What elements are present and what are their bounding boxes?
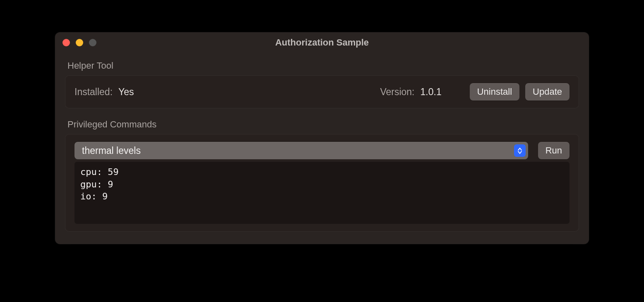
command-select[interactable]: thermal levels (74, 142, 528, 159)
installed-label: Installed: (74, 86, 113, 98)
titlebar: Authorization Sample (55, 32, 589, 53)
traffic-lights (62, 39, 96, 46)
chevron-up-down-icon (514, 144, 526, 157)
run-button[interactable]: Run (538, 142, 570, 159)
command-select-value: thermal levels (82, 145, 514, 156)
update-button[interactable]: Update (525, 83, 570, 101)
uninstall-button[interactable]: Uninstall (470, 83, 519, 101)
maximize-icon (89, 39, 96, 46)
close-icon[interactable] (62, 39, 70, 46)
version-label: Version: (380, 86, 414, 98)
helper-section-label: Helper Tool (65, 60, 579, 71)
command-output: cpu: 59 gpu: 9 io: 9 (74, 162, 570, 224)
window-body: Helper Tool Installed: Yes Version: 1.0.… (55, 53, 589, 244)
commands-panel: thermal levels Run cpu: 59 gpu: 9 io: 9 (65, 134, 579, 232)
version-value: 1.0.1 (421, 86, 442, 98)
app-window: Authorization Sample Helper Tool Install… (55, 32, 589, 244)
helper-row: Installed: Yes Version: 1.0.1 Uninstall … (74, 83, 570, 101)
minimize-icon[interactable] (76, 39, 83, 46)
commands-section-label: Privileged Commands (65, 119, 579, 130)
command-row: thermal levels Run (74, 142, 570, 159)
window-title: Authorization Sample (55, 37, 589, 48)
helper-panel: Installed: Yes Version: 1.0.1 Uninstall … (65, 75, 579, 108)
installed-value: Yes (118, 86, 134, 98)
